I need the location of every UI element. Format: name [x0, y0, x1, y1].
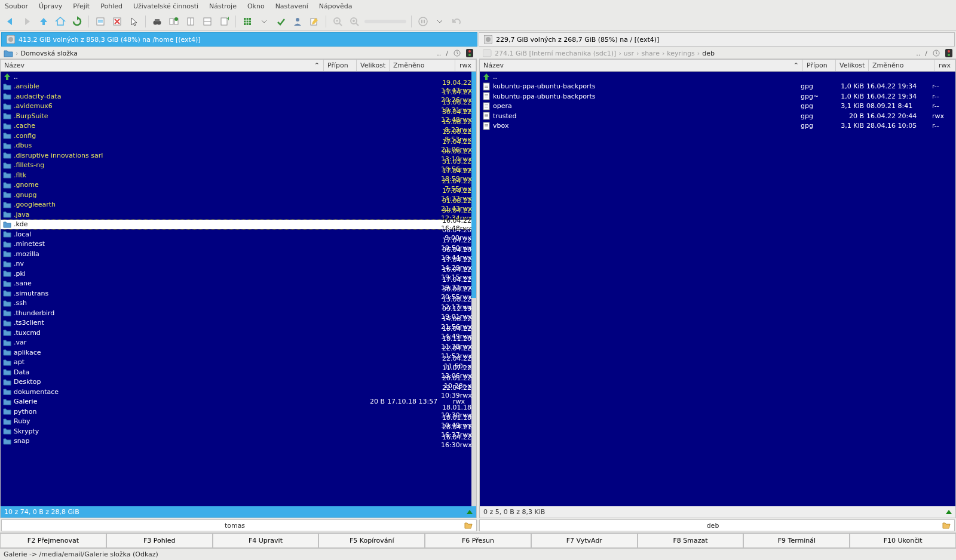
- col-ext[interactable]: Přípon: [324, 60, 357, 71]
- fkey[interactable]: F8 Smazat: [638, 533, 744, 548]
- file-row[interactable]: .fillets-ng31.03.22 10:56rwx: [1, 161, 476, 171]
- breadcrumb-item[interactable]: keyrings: [667, 50, 695, 57]
- fkey[interactable]: F7 VytvAdr: [531, 533, 638, 548]
- file-list-left[interactable]: ...ansible19.04.22 14:47rwx.audacity-dat…: [1, 72, 476, 506]
- file-row[interactable]: .ssh13.08.22 12:17rwx: [1, 299, 476, 309]
- file-row[interactable]: Data11.07.22 13:06rwx: [1, 367, 476, 377]
- menu-úpravy[interactable]: Úpravy: [39, 2, 62, 10]
- file-row[interactable]: .thunderbird09.12.19 19:01rwx: [1, 308, 476, 318]
- file-row[interactable]: .BurpSuite30.04.22 12:48rwx: [1, 111, 476, 121]
- col-name[interactable]: Název: [483, 61, 504, 69]
- folder-open-icon[interactable]: [942, 521, 951, 530]
- file-row[interactable]: .sane17.04.22 19:32rwx: [1, 279, 476, 289]
- zoom-slider[interactable]: [364, 20, 406, 23]
- file-row[interactable]: apt22.04.22 11:50r-x: [1, 358, 476, 368]
- file-row[interactable]: .avidemux613.06.22 19:31rwx: [1, 101, 476, 112]
- menu-okno[interactable]: Okno: [247, 2, 265, 10]
- back-icon[interactable]: [4, 15, 17, 28]
- file-row[interactable]: .ts3client14.08.22 21:56rwx: [1, 318, 476, 328]
- breadcrumb-updir[interactable]: ..: [916, 50, 920, 57]
- file-row[interactable]: .kde16.04.22 16:48rwx: [1, 220, 476, 230]
- pause-icon[interactable]: [416, 15, 430, 28]
- dropdown-icon[interactable]: [258, 15, 271, 28]
- col-size[interactable]: Velikost: [836, 60, 869, 71]
- history-icon[interactable]: [453, 49, 461, 57]
- file-row[interactable]: .var18.11.20 11:38rwx: [1, 338, 476, 348]
- file-row[interactable]: .dbus17.04.22 21:06rwx: [1, 141, 476, 151]
- folder-open-icon[interactable]: [464, 521, 473, 530]
- col-size[interactable]: Velikost: [357, 60, 390, 71]
- col-date[interactable]: Změněno: [869, 60, 934, 71]
- edit-icon[interactable]: [308, 15, 321, 28]
- file-row[interactable]: .gnupg17.04.22 14:32rwx: [1, 190, 476, 200]
- col-date[interactable]: Změněno: [390, 60, 455, 71]
- file-row[interactable]: .pki16.04.22 19:15rwx: [1, 269, 476, 279]
- zoom-in-icon[interactable]: [348, 15, 361, 28]
- breadcrumb-updir[interactable]: ..: [437, 50, 441, 57]
- file-row[interactable]: .gnome21.04.22 7:55rwx: [1, 180, 476, 190]
- file-row[interactable]: Desktop20.01.22 10:28r-x: [1, 377, 476, 387]
- cmdline-right[interactable]: deb: [479, 519, 955, 531]
- fkey[interactable]: F4 Upravit: [213, 533, 319, 548]
- breadcrumb-root[interactable]: /: [446, 50, 448, 57]
- file-row[interactable]: .nv17.04.22 14:29rwx: [1, 259, 476, 269]
- fkey[interactable]: F9 Terminál: [743, 533, 850, 548]
- file-row[interactable]: .java30.04.22 12:34rwx: [1, 210, 476, 220]
- file-row[interactable]: .disruptive innovations sarl06.06.22 13:…: [1, 150, 476, 161]
- breadcrumb-root[interactable]: /: [925, 50, 927, 57]
- breadcrumb-item[interactable]: share: [641, 50, 660, 57]
- binoculars-icon[interactable]: [151, 15, 164, 28]
- sync-icon[interactable]: [167, 15, 180, 28]
- fkey[interactable]: F6 Přesun: [425, 533, 531, 548]
- file-row[interactable]: kubuntu-ppa-ubuntu-backportsgpg~1,0 KiB1…: [480, 91, 955, 101]
- file-list-right[interactable]: ..kubuntu-ppa-ubuntu-backportsgpg1,0 KiB…: [480, 72, 955, 506]
- column-header[interactable]: Název⌃ Přípon Velikost Změněno rwx: [1, 60, 476, 72]
- file-row[interactable]: .cache15.08.22 8:23rwx: [1, 121, 476, 131]
- file-row[interactable]: Ruby18.01.18 10:49rwx: [1, 417, 476, 427]
- home-icon[interactable]: [54, 15, 67, 28]
- file-row[interactable]: .fltk17.04.22 18:59rwx: [1, 170, 476, 180]
- split-icon[interactable]: [201, 15, 214, 28]
- fkey[interactable]: F2 Přejmenovat: [0, 533, 106, 548]
- menu-nastavení[interactable]: Nastavení: [275, 2, 308, 10]
- fkey[interactable]: F3 Pohled: [106, 533, 213, 548]
- file-row[interactable]: .ansible19.04.22 14:47rwx: [1, 82, 476, 92]
- col-ext[interactable]: Přípon: [803, 60, 836, 71]
- menu-pohled[interactable]: Pohled: [100, 2, 122, 10]
- check-icon[interactable]: [274, 15, 287, 28]
- file-row[interactable]: kubuntu-ppa-ubuntu-backportsgpg1,0 KiB16…: [480, 82, 955, 92]
- file-row[interactable]: .config15.08.22 8:53rwx: [1, 131, 476, 141]
- file-row[interactable]: operagpg3,1 KiB08.09.21 8:41r--: [480, 101, 955, 112]
- traffic-icon[interactable]: [945, 49, 952, 57]
- dropdown2-icon[interactable]: [433, 15, 446, 28]
- up-icon[interactable]: [37, 15, 50, 28]
- file-row[interactable]: snap16.04.22 16:30rwx: [1, 436, 476, 447]
- file-row[interactable]: vboxgpg3,1 KiB28.04.16 10:05r--: [480, 121, 955, 131]
- undo-icon[interactable]: [450, 15, 463, 28]
- col-perm[interactable]: rwx: [934, 60, 955, 71]
- forward-icon[interactable]: [20, 15, 33, 28]
- breadcrumb-item[interactable]: usr: [624, 50, 634, 57]
- breadcrumb-item[interactable]: Domovská složka: [20, 50, 78, 57]
- user-icon[interactable]: [291, 15, 304, 28]
- column-header[interactable]: Název⌃ Přípon Velikost Změněno rwx: [480, 60, 955, 72]
- new-doc-icon[interactable]: +: [217, 15, 231, 28]
- file-row[interactable]: aplikace22.04.22 11:52rwx: [1, 347, 476, 358]
- breadcrumb-device[interactable]: 274,1 GiB [Interní mechanika (sdc1)]: [495, 50, 616, 57]
- file-row[interactable]: .simutrans30.03.22 20:55rwx: [1, 288, 476, 299]
- fkey[interactable]: F5 Kopírování: [318, 533, 425, 548]
- reload-icon[interactable]: [71, 15, 84, 28]
- file-row[interactable]: python18.01.18 10:30rwx: [1, 407, 476, 417]
- file-row[interactable]: .local06.04.20 9:00rwx: [1, 229, 476, 239]
- breadcrumb-item[interactable]: deb: [702, 50, 715, 57]
- file-row[interactable]: .audacity-data17.04.22 20:26rwx: [1, 91, 476, 101]
- file-row[interactable]: trustedgpg20 B16.04.22 20:44rwx: [480, 111, 955, 121]
- close-doc-icon[interactable]: [111, 15, 124, 28]
- menu-soubor[interactable]: Soubor: [5, 2, 28, 10]
- file-row[interactable]: dokumentace22.04.22 10:39rwx: [1, 387, 476, 397]
- compare-icon[interactable]: [184, 15, 197, 28]
- cmdline-left[interactable]: tomas: [1, 519, 477, 531]
- expand-icon[interactable]: [467, 510, 473, 514]
- updir-row[interactable]: ..: [1, 72, 476, 82]
- file-row[interactable]: .tuxcmd18.04.22 14:49rwx: [1, 328, 476, 338]
